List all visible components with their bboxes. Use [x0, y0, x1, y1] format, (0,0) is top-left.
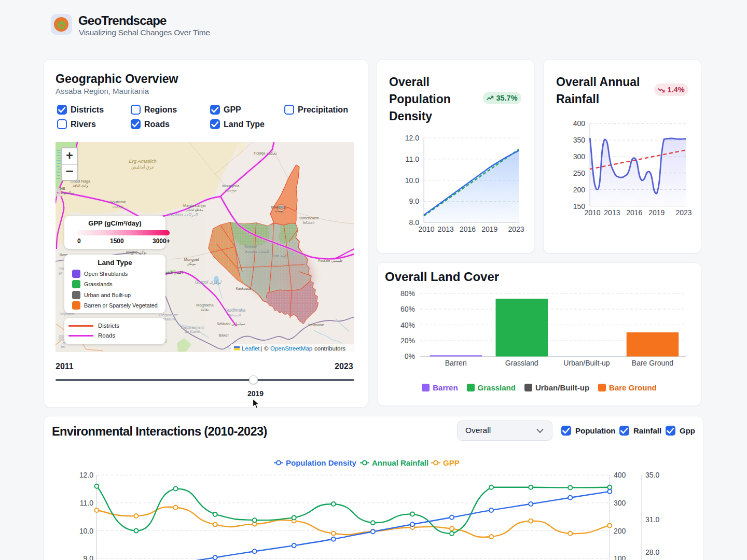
svg-text:نواكشوط: نواكشوط — [61, 191, 74, 195]
svg-text:Urban/Built-up: Urban/Built-up — [563, 359, 610, 367]
svg-text:بومديد: بومديد — [274, 209, 283, 213]
svg-text:مقطع لحجار: مقطع لحجار — [186, 208, 203, 212]
svg-text:Sélibabi سيليبابي: Sélibabi سيليبابي — [217, 321, 245, 326]
svg-text:Barren: Barren — [445, 359, 467, 367]
svg-text:2023: 2023 — [508, 225, 524, 233]
svg-text:Tidjikja تجكجة: Tidjikja تجكجة — [253, 151, 276, 156]
svg-text:Bare Ground: Bare Ground — [632, 359, 673, 367]
svg-text:|: | — [260, 345, 262, 352]
svg-text:250: 250 — [573, 169, 586, 177]
svg-text:80%: 80% — [400, 289, 415, 298]
svg-text:2016: 2016 — [460, 225, 476, 233]
svg-text:28.0: 28.0 — [645, 548, 659, 556]
svg-text:2010: 2010 — [584, 208, 600, 217]
svg-text:bel: bel — [61, 345, 65, 348]
svg-text:0%: 0% — [405, 352, 415, 360]
svg-text:Fassale طيبيسي: Fassale طيبيسي — [319, 259, 343, 263]
svg-text:2019: 2019 — [481, 225, 497, 233]
svg-text:Kiffa كيفة: Kiffa كيفة — [273, 254, 287, 258]
svg-text:Erg Amatlich: Erg Amatlich — [129, 158, 157, 164]
svg-text:300: 300 — [614, 499, 626, 507]
svg-text:Annual Rainfall: Annual Rainfall — [372, 458, 428, 467]
svg-text:موذجرية: موذجرية — [225, 188, 237, 192]
svg-text:100: 100 — [614, 554, 626, 560]
svg-text:60%: 60% — [400, 305, 415, 313]
svg-text:35.0: 35.0 — [645, 471, 659, 479]
svg-text:400: 400 — [614, 471, 626, 479]
svg-text:11.0: 11.0 — [406, 155, 419, 163]
svg-text:2023: 2023 — [675, 208, 691, 217]
svg-text:Moudjéria: Moudjéria — [223, 184, 240, 188]
svg-text:40%: 40% — [400, 321, 415, 329]
svg-text:Boutilimit: Boutilimit — [110, 200, 126, 204]
svg-text:2013: 2013 — [604, 208, 620, 217]
svg-text:Gorgol لوكرك: Gorgol لوكرك — [195, 279, 222, 285]
svg-text:اكيديماغا: اكيديماغا — [229, 313, 241, 317]
svg-text:8.0: 8.0 — [409, 218, 420, 227]
svg-text:مغامة: مغامة — [201, 307, 209, 311]
svg-text:تامشكط: تامشكط — [303, 220, 315, 224]
svg-text:GPP: GPP — [443, 458, 460, 467]
svg-text:2016: 2016 — [626, 208, 642, 217]
svg-text:مونكل: مونكل — [187, 262, 196, 266]
svg-text:Guidimaka: Guidimaka — [225, 307, 246, 313]
svg-text:Maghama: Maghama — [196, 303, 214, 307]
svg-text:11.0: 11.0 — [80, 499, 93, 507]
svg-text:150: 150 — [573, 202, 586, 211]
svg-text:2013: 2013 — [438, 225, 454, 233]
svg-text:Leaflet: Leaflet — [242, 345, 260, 352]
svg-text:بوتلميت: بوتلميت — [112, 204, 123, 208]
svg-text:Brakna البراكنة: Brakna البراكنة — [169, 212, 198, 218]
svg-text:Magta Lahjar: Magta Lahjar — [183, 203, 206, 208]
svg-text:وادي الناقة: وادي الناقة — [73, 184, 88, 188]
svg-text:9.0: 9.0 — [84, 554, 94, 560]
svg-text:عرق أماتليش: عرق أماتليش — [131, 164, 154, 170]
svg-text:200: 200 — [614, 527, 626, 535]
svg-text:12.0: 12.0 — [405, 134, 419, 142]
svg-text:20%: 20% — [400, 337, 415, 345]
svg-text:Bakel: Bakel — [219, 333, 229, 338]
svg-text:de Kanel: de Kanel — [185, 329, 200, 334]
svg-text:Kaédi اكيدي: Kaédi اكيدي — [162, 270, 183, 275]
svg-text:Monguel: Monguel — [184, 257, 199, 262]
svg-text:300: 300 — [573, 152, 586, 161]
svg-text:Population Density: Population Density — [286, 458, 357, 467]
svg-text:Tamchekett: Tamchekett — [299, 216, 319, 220]
svg-text:350: 350 — [573, 136, 586, 144]
svg-text:200: 200 — [573, 186, 586, 194]
svg-text:400: 400 — [573, 119, 586, 128]
svg-text:lkift: lkift — [60, 187, 65, 190]
svg-text:10.0: 10.0 — [405, 176, 419, 185]
svg-text:2010: 2010 — [418, 225, 434, 233]
svg-text:12.0: 12.0 — [79, 471, 93, 479]
svg-text:2019: 2019 — [648, 208, 665, 217]
svg-text:10.0: 10.0 — [79, 527, 93, 535]
svg-text:OpenStreetMap: OpenStreetMap — [270, 345, 312, 352]
svg-text:Yélimané: Yélimané — [308, 323, 324, 327]
svg-text:©: © — [264, 345, 269, 352]
svg-text:31.0: 31.0 — [645, 515, 659, 524]
svg-text:Assaba العصابة: Assaba العصابة — [245, 250, 269, 254]
svg-text:ga: ga — [59, 271, 63, 275]
svg-text:Grassland: Grassland — [505, 359, 538, 367]
svg-text:9.0: 9.0 — [409, 197, 420, 205]
svg-text:Boghé بوكي: Boghé بوكي — [126, 250, 147, 255]
svg-text:Boumdeid: Boumdeid — [271, 205, 286, 209]
svg-text:contributors: contributors — [314, 345, 345, 352]
svg-text:Barkéol: Barkéol — [244, 245, 257, 248]
svg-text:Kankossa: Kankossa — [236, 287, 251, 290]
